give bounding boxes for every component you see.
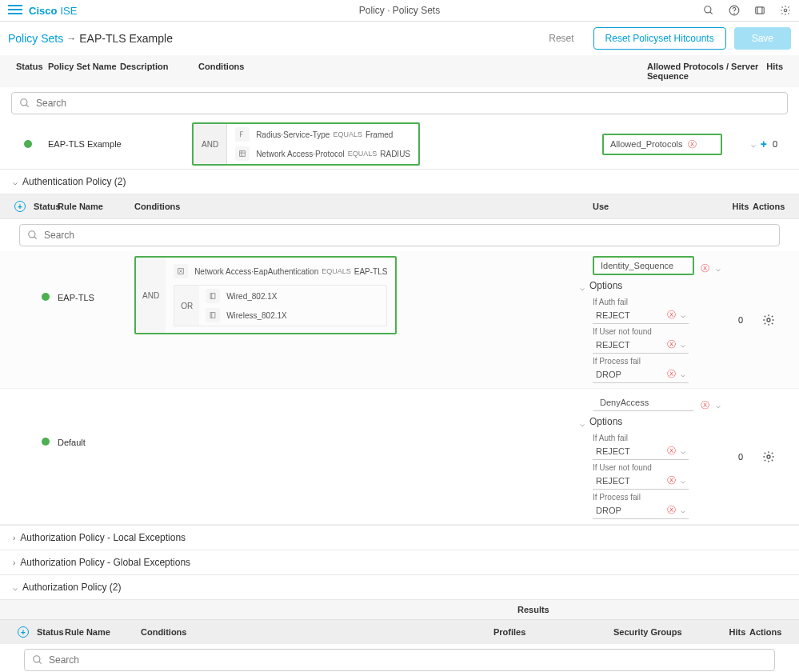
identity-source-select[interactable]: Identity_Sequence	[593, 256, 694, 275]
reset-hitcounts-button[interactable]: Reset Policyset Hitcounts	[593, 27, 726, 50]
chevron-down-icon[interactable]: ⌵	[681, 446, 685, 455]
col-status: Status	[34, 202, 58, 211]
clear-icon[interactable]: ⓧ	[701, 262, 709, 274]
clear-icon[interactable]: ⓧ	[667, 504, 676, 516]
library-icon	[206, 308, 220, 322]
chevron-down-icon[interactable]: ⌵	[681, 476, 685, 485]
svg-rect-12	[210, 294, 215, 299]
header-icons	[703, 5, 791, 16]
section-title: Authorization Policy - Global Exceptions	[20, 557, 190, 568]
col-name: Policy Set Name	[48, 62, 120, 81]
logo[interactable]: Cisco ISE	[29, 5, 77, 17]
auth-search-bar	[19, 224, 780, 246]
section-toggle-auth[interactable]: ⌵ Authentication Policy (2)	[0, 170, 799, 194]
breadcrumb-arrow-icon: →	[66, 33, 76, 44]
hits-value: 0	[767, 139, 783, 149]
authentication-policy-section: ⌵ Authentication Policy (2) + Status Rul…	[0, 169, 799, 525]
authz-search-input[interactable]	[24, 649, 775, 671]
col-rule: Rule Name	[58, 202, 134, 211]
options-label: Options	[589, 280, 622, 291]
clear-icon[interactable]: ⓧ	[701, 399, 709, 411]
chevron-down-icon[interactable]: ⌵	[681, 310, 685, 319]
section-toggle-authz[interactable]: ⌵ Authorization Policy (2)	[0, 575, 799, 599]
condition-item: Network Access·EapAuthentication EQUALS …	[174, 264, 387, 278]
section-title: Authentication Policy (2)	[22, 176, 126, 187]
add-rule-button[interactable]: +	[14, 201, 26, 212]
col-secgrp: Security Groups	[613, 627, 725, 637]
col-status: Status	[37, 627, 65, 637]
chevron-down-icon[interactable]: ⌵	[580, 283, 585, 292]
chevron-down-icon[interactable]: ⌵	[580, 419, 585, 428]
user-nf-select[interactable]: REJECTⓧ⌵	[593, 336, 689, 354]
condition-item: Wired_802.1X	[206, 289, 287, 303]
use-options-panel: Identity_Sequence ⓧ ⌵ ⌵ Options If Auth …	[593, 256, 721, 383]
chevron-down-icon[interactable]: ⌵	[716, 401, 721, 410]
hamburger-icon[interactable]	[8, 5, 22, 16]
reset-button[interactable]: Reset	[537, 27, 585, 50]
help-icon[interactable]	[729, 5, 740, 16]
chevron-down-icon[interactable]: ⌵	[681, 340, 685, 349]
logo-ise: ISE	[60, 5, 77, 17]
authz-columns: + Status Rule Name Conditions Profiles S…	[0, 619, 799, 644]
policy-search-input[interactable]	[11, 92, 788, 114]
clear-icon[interactable]: ⓧ	[667, 338, 676, 350]
clear-icon[interactable]: ⓧ	[688, 138, 697, 150]
chevron-right-icon: ›	[13, 534, 15, 542]
col-hits: Hits	[725, 627, 749, 637]
clear-icon[interactable]: ⓧ	[667, 368, 676, 380]
breadcrumb-link[interactable]: Policy Sets	[8, 32, 63, 45]
add-rule-button[interactable]: +	[18, 626, 29, 638]
or-condition-block: OR Wired_802.1X Wireless_802.1X	[174, 285, 387, 326]
user-nf-select[interactable]: REJECTⓧ⌵	[593, 472, 689, 490]
section-toggle-local[interactable]: › Authorization Policy - Local Exception…	[0, 526, 799, 550]
col-conditions: Conditions	[134, 202, 593, 211]
auth-fail-select[interactable]: REJECTⓧ⌵	[593, 442, 689, 460]
identity-source-select[interactable]: DenyAccess	[593, 394, 694, 411]
chevron-down-icon[interactable]: ⌵	[751, 140, 756, 149]
auth-search-input[interactable]	[19, 224, 780, 246]
page-title: Policy · Policy Sets	[359, 5, 440, 16]
col-profiles: Profiles	[493, 627, 613, 637]
save-button-top[interactable]: Save	[734, 27, 791, 50]
svg-point-6	[21, 99, 27, 106]
clear-icon[interactable]: ⓧ	[667, 445, 676, 457]
breadcrumb-row: Policy Sets → EAP-TLS Example Reset Rese…	[0, 22, 799, 55]
search-icon[interactable]	[703, 5, 714, 16]
options-label: Options	[589, 416, 622, 427]
section-toggle-global[interactable]: › Authorization Policy - Global Exceptio…	[0, 550, 799, 574]
rule-name: EAP-TLS	[58, 256, 134, 302]
svg-rect-8	[240, 151, 246, 157]
process-fail-select[interactable]: DROPⓧ⌵	[593, 366, 689, 383]
conditions-box[interactable]: AND Network Access·EapAuthentication EQU…	[134, 256, 397, 334]
gear-icon[interactable]	[762, 450, 775, 463]
conditions-box[interactable]: AND Radius·Service-Type EQUALS Framed Ne…	[192, 122, 420, 166]
auth-fail-select[interactable]: REJECTⓧ⌵	[593, 306, 689, 324]
clear-icon[interactable]: ⓧ	[667, 474, 676, 486]
operator-and: AND	[136, 258, 166, 333]
results-label: Results	[517, 605, 781, 614]
gear-icon[interactable]	[762, 314, 775, 326]
svg-rect-4	[756, 7, 765, 14]
condition-item: Wireless_802.1X	[206, 308, 287, 322]
chevron-down-icon[interactable]: ⌵	[681, 370, 685, 378]
settings-icon[interactable]	[780, 5, 791, 16]
status-dot-icon	[24, 140, 32, 148]
svg-line-7	[26, 105, 29, 107]
add-icon[interactable]: +	[761, 138, 767, 150]
allowed-protocols-select[interactable]: Allowed_Protocols ⓧ	[602, 134, 722, 155]
auth-rule-row-eap: EAP-TLS AND Network Access·EapAuthentica…	[0, 251, 799, 389]
process-fail-label: If Process fail	[593, 493, 721, 502]
policy-set-columns: Status Policy Set Name Description Condi…	[0, 55, 799, 87]
authz-local-section: › Authorization Policy - Local Exception…	[0, 525, 799, 550]
svg-line-19	[39, 662, 42, 664]
svg-point-0	[705, 6, 711, 13]
process-fail-label: If Process fail	[593, 357, 721, 366]
col-allowed: Allowed Protocols / Server Sequence	[647, 62, 759, 81]
breadcrumb-current: EAP-TLS Example	[79, 32, 173, 45]
ops-icon[interactable]	[754, 5, 765, 16]
clear-icon[interactable]: ⓧ	[667, 309, 676, 321]
chevron-right-icon: ›	[13, 558, 15, 567]
chevron-down-icon[interactable]: ⌵	[716, 264, 721, 273]
chevron-down-icon[interactable]: ⌵	[681, 506, 685, 514]
process-fail-select[interactable]: DROPⓧ⌵	[593, 502, 689, 519]
